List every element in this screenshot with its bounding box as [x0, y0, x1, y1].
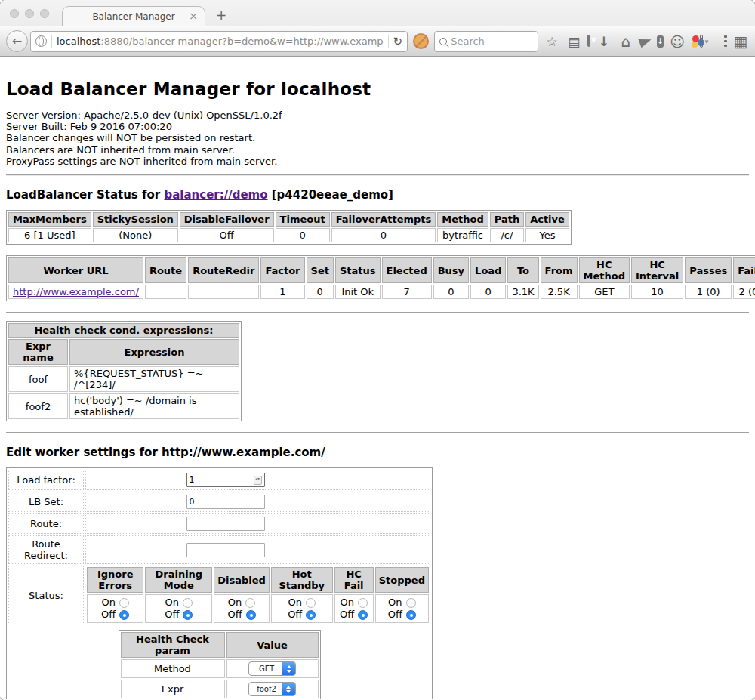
search-icon: [439, 38, 447, 45]
divider: [6, 174, 749, 176]
adblock-icon[interactable]: [413, 33, 429, 49]
send-page-icon[interactable]: [638, 35, 652, 48]
disabled-off-radio[interactable]: [246, 610, 256, 620]
method-label: Method: [121, 659, 225, 678]
loadbalancer-status-heading: LoadBalancer Status for balancer://demo …: [6, 188, 749, 202]
ignore-errors-off-radio[interactable]: [119, 610, 129, 620]
col-expr-name: Expr name: [8, 339, 68, 365]
home-icon[interactable]: ⌂: [618, 34, 634, 49]
col-hot-standby: Hot Standby: [271, 567, 333, 593]
reading-list-icon[interactable]: ▤: [565, 34, 582, 49]
expr-label: Expr: [121, 680, 225, 698]
url-text[interactable]: localhost:8880/balancer-manager?b=demo&w…: [57, 35, 384, 47]
tab-bar: Balancer Manager × +: [0, 0, 755, 26]
url-host: localhost: [57, 35, 100, 47]
hc-fail-off-radio[interactable]: [358, 610, 368, 620]
search-input[interactable]: [451, 35, 533, 47]
col-draining-mode: Draining Mode: [145, 567, 212, 593]
server-built-line: Server Built: Feb 9 2016 07:00:20: [6, 121, 749, 132]
col-stopped: Stopped: [375, 567, 429, 593]
disabled-radios: On Off: [214, 594, 270, 623]
new-tab-button[interactable]: +: [216, 9, 226, 22]
urlbar-divider: [51, 35, 52, 48]
ignore-errors-radios: On Off: [87, 594, 143, 623]
tab-close-icon[interactable]: ×: [189, 10, 198, 22]
status-radio-table: Ignore Errors Draining Mode Disabled Hot…: [85, 566, 430, 624]
hot-standby-on-radio[interactable]: [306, 598, 316, 608]
divider: [6, 432, 749, 433]
col-worker-url: Worker URL: [8, 257, 143, 283]
chat-smiley-icon[interactable]: ☺: [669, 34, 686, 49]
select-arrows-icon: [282, 683, 295, 695]
draining-mode-on-radio[interactable]: [183, 598, 193, 608]
col-path: Path: [490, 212, 524, 227]
disabled-on-radio[interactable]: [245, 598, 255, 608]
grid-panel-icon[interactable]: ▦: [732, 34, 749, 49]
route-label: Route:: [8, 513, 84, 534]
col-hc-param: Health Check param: [121, 632, 225, 658]
expr-row: foof %{REQUEST_STATUS} =~ /^[234]/: [8, 366, 239, 392]
chevron-down-icon[interactable]: ▾: [705, 38, 709, 45]
site-identity-globe-icon[interactable]: [35, 35, 47, 47]
route-input[interactable]: [186, 517, 265, 531]
draining-mode-off-radio[interactable]: [183, 610, 193, 620]
method-select[interactable]: GET: [248, 661, 296, 676]
hot-standby-off-radio[interactable]: [306, 610, 316, 620]
expr-select[interactable]: foof2: [248, 682, 296, 696]
route-redirect-label: Route Redirect:: [8, 535, 84, 564]
page-content: Load Balancer Manager for localhost Serv…: [0, 57, 755, 699]
menu-hamburger-icon[interactable]: [724, 35, 727, 47]
persist-note-line: Balancer changes will NOT be persisted o…: [6, 132, 749, 143]
expr-table-title: Health check cond. expressions:: [8, 323, 239, 338]
bookmark-star-icon[interactable]: ☆: [544, 34, 560, 49]
navigation-toolbar: ← localhost:8880/balancer-manager?b=demo…: [0, 26, 755, 57]
col-expression: Expression: [69, 339, 239, 365]
worker-url-link[interactable]: http://www.example.com/: [13, 286, 139, 298]
lb-set-input[interactable]: [186, 495, 265, 509]
stopped-off-radio[interactable]: [406, 610, 416, 620]
balancer-demo-link[interactable]: balancer://demo: [164, 188, 267, 202]
inherit-note-line: Balancers are NOT inherited from main se…: [6, 144, 749, 156]
close-window-button[interactable]: [10, 9, 19, 18]
stopped-radios: On Off: [375, 594, 429, 623]
urlbar-divider: [388, 35, 389, 48]
select-arrows-icon: [282, 662, 295, 675]
col-disabled: Disabled: [214, 567, 270, 593]
search-bar[interactable]: [434, 31, 538, 52]
hc-fail-radios: On Off: [334, 594, 374, 623]
proxypass-note-line: ProxyPass settings are NOT inherited fro…: [6, 156, 749, 167]
lb-set-label: LB Set:: [8, 492, 84, 512]
col-failoverattempts: FailoverAttempts: [331, 212, 436, 227]
draining-mode-radios: On Off: [145, 594, 212, 623]
ignore-errors-on-radio[interactable]: [119, 598, 129, 608]
col-hc-fail: HC Fail: [334, 567, 374, 593]
tab-balancer-manager[interactable]: Balancer Manager ×: [62, 6, 205, 26]
zoom-window-button[interactable]: [40, 9, 49, 18]
url-bar[interactable]: localhost:8880/balancer-manager?b=demo&w…: [30, 31, 408, 52]
edit-worker-heading: Edit worker settings for http://www.exam…: [6, 446, 749, 459]
load-factor-label: Load factor:: [8, 470, 84, 490]
minimize-window-button[interactable]: [25, 9, 34, 18]
stopped-on-radio[interactable]: [406, 598, 416, 608]
pocket-icon[interactable]: [587, 35, 590, 47]
tab-title: Balancer Manager: [92, 11, 174, 22]
col-timeout: Timeout: [276, 212, 330, 227]
col-disablefailover: DisableFailover: [180, 212, 274, 227]
balancer-row: 6 [1 Used] (None) Off 0 0 bytraffic /c/ …: [8, 228, 569, 242]
expr-row: foof2 hc('body') =~ /domain is establish…: [8, 393, 239, 419]
divider: [6, 312, 749, 313]
load-factor-input[interactable]: [186, 473, 265, 487]
number-spinner[interactable]: ▴▾: [254, 476, 262, 485]
container-battery-icon[interactable]: [700, 35, 703, 48]
reload-icon[interactable]: ↻: [393, 35, 403, 48]
reader-mode-icon[interactable]: ↓: [657, 35, 664, 48]
server-info: Server Version: Apache/2.5.0-dev (Unix) …: [6, 109, 749, 167]
back-button[interactable]: ←: [6, 30, 28, 52]
colored-dots-extension-icon[interactable]: [691, 35, 694, 48]
downloads-icon[interactable]: ↓: [596, 34, 612, 49]
url-path: :8880/balancer-manager?b=demo&w=http://w…: [100, 35, 383, 47]
route-redirect-input[interactable]: [186, 543, 265, 557]
col-ignore-errors: Ignore Errors: [87, 567, 143, 593]
hc-fail-on-radio[interactable]: [358, 598, 368, 608]
col-hc-value: Value: [226, 632, 319, 658]
